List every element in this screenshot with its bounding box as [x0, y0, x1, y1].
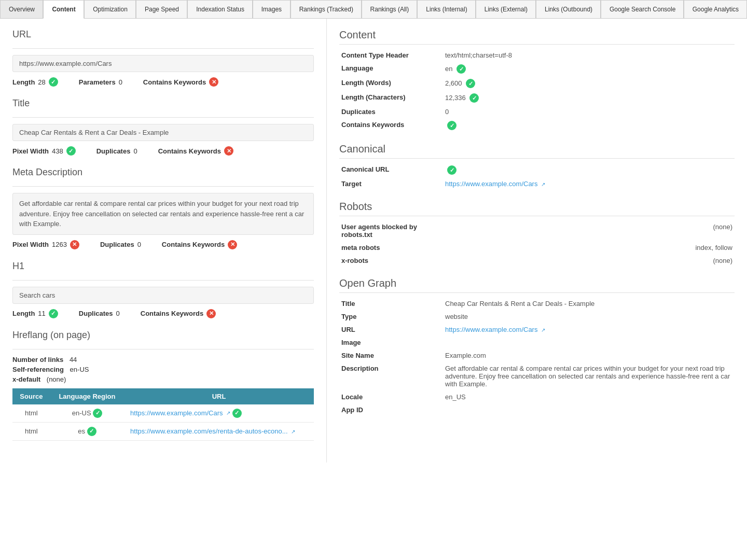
meta-pixel-error-icon: ✕ [70, 240, 79, 249]
canonical-target-link[interactable]: https://www.example.com/Cars [445, 180, 537, 188]
h1-length-label: Length [12, 310, 35, 317]
og-title-value: Cheap Car Rentals & Rent a Car Deals - E… [443, 297, 735, 310]
og-image-label: Image [339, 336, 443, 349]
robots-blocked-label: User agents blocked by robots.txt [339, 220, 443, 241]
tab-rankings-all[interactable]: Rankings (All) [362, 0, 418, 18]
external-link-icon-1: ↗ [226, 410, 230, 416]
content-type-value: text/html;charset=utf-8 [443, 49, 735, 62]
length-chars-label: Length (Characters) [339, 91, 443, 105]
tab-links-outbound[interactable]: Links (Outbound) [536, 0, 601, 18]
table-row: Canonical URL ✓ [339, 163, 735, 177]
nav-tabs: Overview Content Optimization Page Speed… [0, 0, 747, 19]
tab-images[interactable]: Images [253, 0, 290, 18]
table-row: Site Name Example.com [339, 349, 735, 362]
tab-optimization[interactable]: Optimization [84, 0, 136, 18]
title-section: Title Cheap Car Rentals & Rent a Car Dea… [12, 98, 314, 156]
title-pixel-width-value: 438 [52, 147, 63, 155]
length-chars-check-icon: ✓ [469, 93, 479, 103]
hreflang-link-2[interactable]: https://www.example.com/es/renta-de-auto… [130, 427, 287, 435]
og-site-name-label: Site Name [339, 349, 443, 362]
h1-keywords-label: Contains Keywords [141, 310, 203, 317]
meta-metrics: Pixel Width 1263 ✕ Duplicates 0 Contains… [12, 240, 314, 249]
h1-length: Length 11 ✓ [12, 309, 58, 318]
table-row: Contains Keywords ✓ [339, 118, 735, 133]
tab-links-external[interactable]: Links (External) [476, 0, 536, 18]
hreflang-lang-2: es ✓ [50, 422, 124, 440]
url-length: Length 28 ✓ [12, 77, 58, 87]
tab-overview[interactable]: Overview [0, 0, 43, 18]
robots-title: Robots [339, 201, 735, 216]
table-row: URL https://www.example.com/Cars ↗ [339, 323, 735, 336]
og-url-link[interactable]: https://www.example.com/Cars [445, 326, 537, 333]
tab-google-search-console[interactable]: Google Search Console [601, 0, 684, 18]
lang-check-icon-1: ✓ [93, 409, 102, 418]
og-app-id-label: App ID [339, 403, 443, 416]
length-words-check-icon: ✓ [466, 79, 475, 88]
meta-pixel-width-label: Pixel Width [12, 241, 49, 248]
open-graph-title: Open Graph [339, 277, 735, 293]
meta-section-title: Meta Description [12, 167, 314, 181]
self-ref-value: en-US [70, 366, 89, 373]
og-url-value: https://www.example.com/Cars ↗ [443, 323, 735, 336]
og-app-id-value [443, 403, 735, 416]
title-pixel-width-label: Pixel Width [12, 147, 49, 155]
length-words-label: Length (Words) [339, 76, 443, 91]
table-row: Target https://www.example.com/Cars ↗ [339, 177, 735, 190]
canonical-target-value: https://www.example.com/Cars ↗ [443, 177, 735, 190]
table-row: html en-US ✓ https://www.example.com/Car… [12, 404, 314, 423]
title-duplicates-label: Duplicates [96, 147, 131, 155]
robots-section: Robots User agents blocked by robots.txt… [339, 201, 735, 267]
title-duplicates-value: 0 [133, 147, 137, 155]
content-keywords-value: ✓ [443, 118, 735, 133]
tab-links-internal[interactable]: Links (Internal) [417, 0, 475, 18]
hreflang-url-2: https://www.example.com/es/renta-de-auto… [124, 422, 314, 440]
h1-keywords-error-icon: ✕ [206, 309, 216, 318]
canonical-url-check-icon: ✓ [447, 165, 457, 175]
table-row: Length (Characters) 12,336 ✓ [339, 91, 735, 105]
num-links-label: Number of links [12, 356, 63, 363]
tab-google-analytics[interactable]: Google Analytics [684, 0, 747, 18]
hreflang-link-1[interactable]: https://www.example.com/Cars [130, 409, 223, 416]
meta-duplicates-value: 0 [137, 241, 141, 248]
robots-info-table: User agents blocked by robots.txt (none)… [339, 220, 735, 267]
x-default-value: (none) [47, 375, 66, 383]
h1-keywords: Contains Keywords ✕ [141, 309, 216, 318]
content-type-label: Content Type Header [339, 49, 443, 62]
x-default-label: x-default [12, 375, 40, 383]
tab-page-speed[interactable]: Page Speed [136, 0, 187, 18]
og-site-name-value: Example.com [443, 349, 735, 362]
left-column: URL https://www.example.com/Cars Length … [0, 19, 327, 463]
url-keywords-error-icon: ✕ [209, 77, 218, 87]
tab-content[interactable]: Content [43, 0, 84, 19]
content-info-table: Content Type Header text/html;charset=ut… [339, 49, 735, 133]
meta-pixel-width-value: 1263 [52, 241, 67, 248]
tab-rankings-tracked[interactable]: Rankings (Tracked) [290, 0, 362, 18]
tab-indexation-status[interactable]: Indexation Status [187, 0, 253, 18]
canonical-info-table: Canonical URL ✓ Target https://www.examp… [339, 163, 735, 190]
h1-duplicates: Duplicates 0 [79, 310, 120, 317]
h1-length-check-icon: ✓ [49, 309, 58, 318]
x-robots-value: (none) [443, 254, 735, 267]
url-section: URL https://www.example.com/Cars Length … [12, 29, 314, 87]
content-keywords-check-icon: ✓ [447, 121, 457, 130]
title-pixel-check-icon: ✓ [66, 146, 76, 156]
og-title-label: Title [339, 297, 443, 310]
language-value: en ✓ [443, 62, 735, 76]
og-ext-link-icon: ↗ [541, 327, 545, 333]
h1-duplicates-value: 0 [116, 310, 120, 317]
robots-blocked-value: (none) [443, 220, 735, 241]
url-length-check-icon: ✓ [49, 77, 58, 87]
num-links-value: 44 [70, 356, 77, 363]
url-value: https://www.example.com/Cars [12, 55, 314, 72]
h1-value: Search cars [12, 287, 314, 304]
duplicates-label: Duplicates [339, 105, 443, 118]
length-words-value: 2,600 ✓ [443, 76, 735, 91]
table-row: Locale en_US [339, 390, 735, 403]
external-link-icon-2: ↗ [291, 429, 295, 435]
og-url-label: URL [339, 323, 443, 336]
url-metrics: Length 28 ✓ Parameters 0 Contains Keywor… [12, 77, 314, 87]
og-type-label: Type [339, 310, 443, 323]
og-description-label: Description [339, 362, 443, 390]
canonical-ext-link-icon: ↗ [541, 181, 545, 187]
table-row: Image [339, 336, 735, 349]
